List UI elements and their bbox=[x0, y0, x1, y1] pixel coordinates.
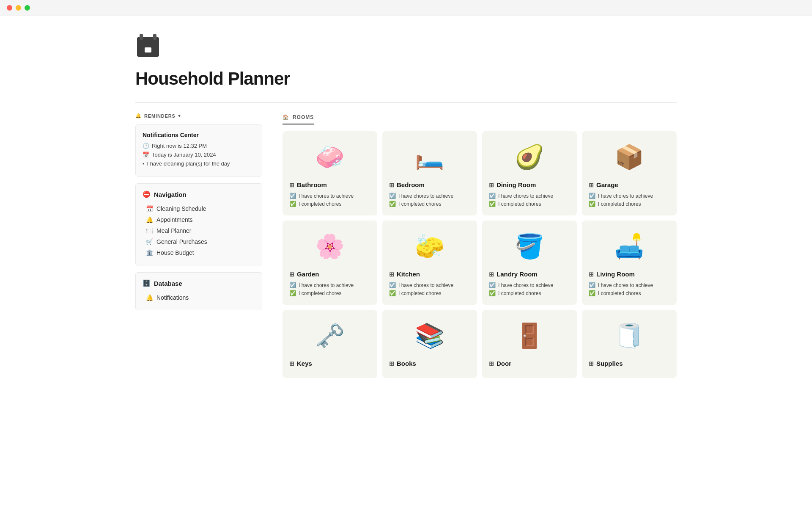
room-name-text: Books bbox=[397, 360, 416, 367]
room-emoji-books: 📚 bbox=[415, 324, 444, 348]
appointments-label: Appointments bbox=[156, 216, 193, 223]
checked-checkbox-icon[interactable]: ✅ bbox=[489, 201, 496, 207]
svg-rect-2 bbox=[140, 34, 143, 40]
unchecked-checkbox-icon[interactable]: ☑️ bbox=[489, 193, 496, 199]
room-grid-icon: ⊞ bbox=[489, 271, 494, 278]
room-name: ⊞Dining Room bbox=[489, 181, 570, 188]
rooms-grid: 🧼⊞Bathroom☑️I have chores to achieve✅I c… bbox=[283, 131, 677, 378]
room-emoji-kitchen: 🧽 bbox=[415, 235, 444, 258]
database-card: 🗄️ Database 🔔 Notifications bbox=[135, 272, 262, 310]
room-card-dining-room[interactable]: 🥑⊞Dining Room☑️I have chores to achieve✅… bbox=[482, 131, 577, 215]
sidebar-item-notifications[interactable]: 🔔 Notifications bbox=[143, 292, 255, 303]
chore-label: I completed chores bbox=[498, 290, 541, 296]
room-emoji-container: 🥑 bbox=[489, 138, 570, 176]
app-header: Household Planner bbox=[135, 33, 677, 89]
chore-label: I have chores to achieve bbox=[498, 282, 553, 288]
room-grid-icon: ⊞ bbox=[389, 360, 394, 367]
chore-item: ☑️I have chores to achieve bbox=[289, 193, 370, 199]
checked-checkbox-icon[interactable]: ✅ bbox=[389, 290, 396, 296]
room-name-text: Garage bbox=[596, 181, 618, 188]
room-name-text: Living Room bbox=[596, 271, 635, 278]
unchecked-checkbox-icon[interactable]: ☑️ bbox=[489, 282, 496, 288]
cleaning-schedule-label: Cleaning Schedule bbox=[156, 205, 206, 212]
checked-checkbox-icon[interactable]: ✅ bbox=[289, 290, 296, 296]
chore-item: ✅I completed chores bbox=[389, 201, 470, 207]
chore-item: ☑️I have chores to achieve bbox=[589, 193, 670, 199]
checked-checkbox-icon[interactable]: ✅ bbox=[289, 201, 296, 207]
unchecked-checkbox-icon[interactable]: ☑️ bbox=[389, 282, 396, 288]
room-card-kitchen[interactable]: 🧽⊞Kitchen☑️I have chores to achieve✅I co… bbox=[382, 221, 477, 305]
chore-item: ✅I completed chores bbox=[489, 201, 570, 207]
room-name: ⊞Landry Room bbox=[489, 271, 570, 278]
sidebar-item-cleaning-schedule[interactable]: 📅 Cleaning Schedule bbox=[143, 203, 255, 214]
room-card-living-room[interactable]: 🛋️⊞Living Room☑️I have chores to achieve… bbox=[582, 221, 677, 305]
room-emoji-container: 🧽 bbox=[389, 227, 470, 265]
room-name-text: Keys bbox=[297, 360, 312, 367]
chore-label: I have chores to achieve bbox=[598, 282, 653, 288]
room-name-text: Bathroom bbox=[297, 181, 327, 188]
room-card-landry-room[interactable]: 🪣⊞Landry Room☑️I have chores to achieve✅… bbox=[482, 221, 577, 305]
sidebar-item-appointments[interactable]: 🔔 Appointments bbox=[143, 214, 255, 225]
unchecked-checkbox-icon[interactable]: ☑️ bbox=[289, 282, 296, 288]
checked-checkbox-icon[interactable]: ✅ bbox=[489, 290, 496, 296]
chore-item: ☑️I have chores to achieve bbox=[589, 282, 670, 288]
room-card-keys[interactable]: 🗝️⊞Keys bbox=[283, 310, 377, 378]
bell-icon: 🔔 bbox=[135, 113, 142, 119]
chore-label: I have chores to achieve bbox=[398, 282, 453, 288]
checked-checkbox-icon[interactable]: ✅ bbox=[589, 201, 595, 207]
room-name: ⊞Keys bbox=[289, 360, 370, 367]
home-icon: 🏠 bbox=[283, 114, 289, 120]
room-name: ⊞Books bbox=[389, 360, 470, 367]
unchecked-checkbox-icon[interactable]: ☑️ bbox=[589, 193, 595, 199]
chore-label: I have chores to achieve bbox=[299, 282, 354, 288]
room-card-bedroom[interactable]: 🛏️⊞Bedroom☑️I have chores to achieve✅I c… bbox=[382, 131, 477, 215]
svg-rect-4 bbox=[145, 47, 151, 52]
rooms-tab-header[interactable]: 🏠 ROOMS bbox=[283, 114, 314, 124]
sidebar-item-house-budget[interactable]: 🏛️ House Budget bbox=[143, 247, 255, 258]
meal-planner-label: Meal Planner bbox=[156, 227, 192, 234]
chevron-icon[interactable]: ▾ bbox=[178, 113, 181, 119]
sidebar-item-general-purchases[interactable]: 🛒 General Purchases bbox=[143, 236, 255, 247]
chore-item: ✅I completed chores bbox=[589, 201, 670, 207]
unchecked-checkbox-icon[interactable]: ☑️ bbox=[289, 193, 296, 199]
room-card-garage[interactable]: 📦⊞Garage☑️I have chores to achieve✅I com… bbox=[582, 131, 677, 215]
room-emoji-container: 🛏️ bbox=[389, 138, 470, 176]
room-card-bathroom[interactable]: 🧼⊞Bathroom☑️I have chores to achieve✅I c… bbox=[283, 131, 377, 215]
room-name: ⊞Kitchen bbox=[389, 271, 470, 278]
room-grid-icon: ⊞ bbox=[589, 271, 594, 278]
room-name: ⊞Living Room bbox=[589, 271, 670, 278]
app-container: Household Planner 🔔 REMINDERS ▾ Notifica… bbox=[110, 16, 702, 395]
room-name: ⊞Bathroom bbox=[289, 181, 370, 188]
notification-plan: ▪ I have cleaning plan(s) for the day bbox=[143, 160, 255, 167]
room-card-supplies[interactable]: 🧻⊞Supplies bbox=[582, 310, 677, 378]
room-grid-icon: ⊞ bbox=[489, 360, 494, 367]
room-grid-icon: ⊞ bbox=[389, 182, 394, 188]
chore-label: I completed chores bbox=[598, 290, 641, 296]
reminders-section-header: 🔔 REMINDERS ▾ bbox=[135, 113, 262, 119]
room-card-books[interactable]: 📚⊞Books bbox=[382, 310, 477, 378]
unchecked-checkbox-icon[interactable]: ☑️ bbox=[589, 282, 595, 288]
checked-checkbox-icon[interactable]: ✅ bbox=[589, 290, 595, 296]
checked-checkbox-icon[interactable]: ✅ bbox=[389, 201, 396, 207]
room-name: ⊞Door bbox=[489, 360, 570, 367]
nav-icon: ⛔ bbox=[143, 190, 151, 198]
unchecked-checkbox-icon[interactable]: ☑️ bbox=[389, 193, 396, 199]
sidebar-item-meal-planner[interactable]: 🍽️ Meal Planner bbox=[143, 225, 255, 236]
page-title: Household Planner bbox=[135, 69, 677, 89]
bell-nav-icon: 🔔 bbox=[146, 216, 153, 223]
minimize-button[interactable] bbox=[16, 5, 21, 11]
close-button[interactable] bbox=[7, 5, 12, 11]
room-grid-icon: ⊞ bbox=[589, 182, 594, 188]
room-emoji-container: 🛋️ bbox=[589, 227, 670, 265]
notification-plan-text: I have cleaning plan(s) for the day bbox=[147, 160, 230, 167]
notification-time: 🕐 Right now is 12:32 PM bbox=[143, 143, 255, 149]
chore-label: I have chores to achieve bbox=[299, 193, 354, 199]
room-emoji-bathroom: 🧼 bbox=[315, 145, 345, 169]
room-name-text: Garden bbox=[297, 271, 319, 278]
database-title: 🗄️ Database bbox=[143, 279, 255, 287]
chore-item: ✅I completed chores bbox=[489, 290, 570, 296]
room-card-door[interactable]: 🚪⊞Door bbox=[482, 310, 577, 378]
maximize-button[interactable] bbox=[25, 5, 30, 11]
room-card-garden[interactable]: 🌸⊞Garden☑️I have chores to achieve✅I com… bbox=[283, 221, 377, 305]
chore-label: I have chores to achieve bbox=[598, 193, 653, 199]
